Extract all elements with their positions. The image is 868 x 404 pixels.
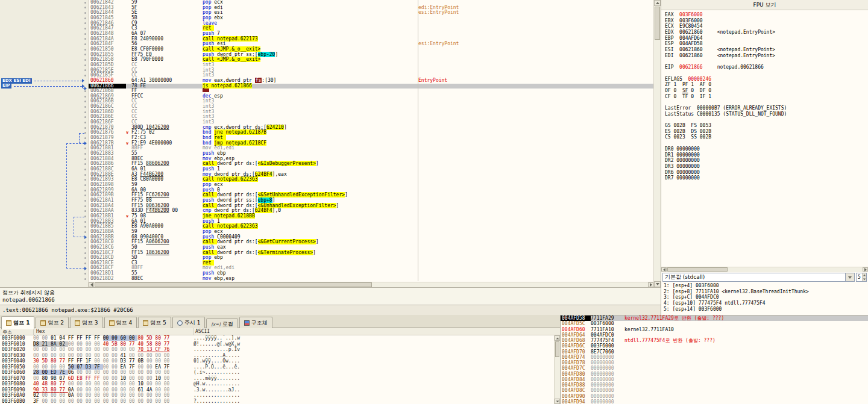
stack-row[interactable]: 004AFD7C00000000 <box>561 365 868 371</box>
register-line[interactable]: DR3 00000000 <box>661 164 868 170</box>
disasm-row[interactable]: 006218848BECmov ebp,esp <box>89 157 653 162</box>
disasm-row[interactable]: 0062187BvF2:E9 4E000000bnd jmp notepad.6… <box>89 141 653 146</box>
register-line[interactable]: EFLAGS 00000246 <box>661 76 868 82</box>
breakpoint-dot[interactable] <box>84 210 86 212</box>
breakpoint-dot[interactable] <box>84 12 86 14</box>
registers-horizontal-scrollbar[interactable] <box>661 267 868 272</box>
argument-line[interactable]: 4: [esp+10] 777475F4 ntdll.777475F4 <box>661 300 868 306</box>
breakpoint-dot[interactable] <box>84 216 86 217</box>
dump-row[interactable]: 003F607000 80 9B 07 6D E8 FF FF 00 00 10… <box>0 376 554 382</box>
breakpoint-dot[interactable] <box>84 273 86 275</box>
breakpoint-dot[interactable] <box>84 122 86 123</box>
dump-row[interactable]: 003F600000 00 01 04 FF FF FF FF 00 00 60… <box>0 335 554 341</box>
disasm-vertical-scrollbar[interactable] <box>653 0 661 287</box>
breakpoint-dot[interactable] <box>84 163 86 165</box>
scroll-up-button[interactable] <box>555 335 560 341</box>
scroll-thumb[interactable] <box>655 7 660 40</box>
register-line[interactable]: DR6 00000000 <box>661 170 868 176</box>
disasm-row[interactable]: 00621858E8 790F0000call <JMP.&_o__exit> <box>89 57 653 63</box>
disasm-row[interactable]: 00621886FF15 88606200call dword ptr ds:[… <box>89 161 653 167</box>
disasm-row[interactable]: 0062186CCCint3 <box>89 104 653 110</box>
column-separator[interactable] <box>193 328 193 335</box>
breakpoint-dot[interactable] <box>84 247 86 249</box>
disasm-row[interactable]: 006218818BFFmov edi,edi <box>89 146 653 151</box>
register-line[interactable]: DR0 00000000 <box>661 146 868 152</box>
disasm-row[interactable]: 0062186064:A1 30000000mov eax,dword ptr … <box>89 78 653 84</box>
disasm-row[interactable]: 00621868FF <box>89 89 653 94</box>
stack-row[interactable]: 004AFD7800000000 <box>561 360 868 365</box>
tab-dump-5[interactable]: 덤프 5 <box>138 317 171 328</box>
breakpoint-dot[interactable] <box>84 33 86 35</box>
disasm-row[interactable]: 0062185DCCint3 <box>89 63 653 68</box>
disasm-row[interactable]: 006218CEC3ret <box>89 261 653 266</box>
breakpoint-dot[interactable] <box>84 190 86 191</box>
scroll-left-button[interactable] <box>661 267 667 272</box>
disasm-row[interactable]: 006218A1FF75 08push dword ptr ss:[ebp+8] <box>89 198 653 204</box>
dump-vertical-scrollbar[interactable] <box>554 335 560 404</box>
disasm-row[interactable]: 006218455Bpop ebx <box>89 16 653 21</box>
stack-row[interactable]: 004AFD68777475F4ntdll.777475F4로 반환 (출발: … <box>561 338 868 343</box>
disasm-row[interactable]: 006218445Epop esiesi:EntryPoint <box>89 10 653 16</box>
dump-row[interactable]: 003F60B03F 00 00 00 00 00 00 00 00 00 00… <box>0 399 554 404</box>
breakpoint-dot[interactable] <box>84 278 86 280</box>
register-line[interactable]: OF 0 SF 0 DF 0 <box>661 88 868 94</box>
breakpoint-dot[interactable] <box>84 64 86 66</box>
argument-line[interactable]: 5: [esp+14] 003F6000 <box>661 306 868 312</box>
disasm-row[interactable]: 0062186678 FEjs notepad.621866 <box>89 84 653 89</box>
dump-row[interactable]: 003F606028 00 ED 7E 06 00 00 00 00 00 00… <box>0 370 554 376</box>
fpu-show-button[interactable]: FPU 보기 <box>661 0 868 10</box>
breakpoint-dot[interactable] <box>84 137 86 139</box>
dropdown-button[interactable] <box>845 273 854 281</box>
dump-row[interactable]: 003F604030 5D 80 77 FF FF 1F 00 00 00 D3… <box>0 358 554 364</box>
register-line[interactable]: DR2 00000000 <box>661 158 868 164</box>
stack-row[interactable]: 004AFD708E7C7060 <box>561 349 868 355</box>
scroll-right-button[interactable] <box>863 267 868 272</box>
breakpoint-dot[interactable] <box>84 194 86 196</box>
disasm-row[interactable]: 006218CD5Dpop ebp <box>89 255 653 261</box>
stack-row[interactable]: 004AFD607711FA10kernel32.7711FA10 <box>561 327 868 332</box>
register-line[interactable]: CF 0 TF 0 IF 1 <box>661 94 868 100</box>
tab-dump-3[interactable]: 덤프 3 <box>70 317 103 328</box>
tab-struct[interactable]: 구조체 <box>239 317 272 328</box>
disasm-row[interactable]: 00621869FFCCdec esp <box>89 94 653 99</box>
breakpoint-dot[interactable] <box>84 226 86 228</box>
disasm-row[interactable]: 0062185ECCint3 <box>89 68 653 73</box>
register-line[interactable]: DR1 00000000 <box>661 152 868 158</box>
disasm-row[interactable]: 006218BA59pop ecx <box>89 229 653 235</box>
disasm-row[interactable]: 00621847C3ret <box>89 26 653 31</box>
breakpoint-dot[interactable] <box>84 43 86 45</box>
scroll-thumb[interactable] <box>667 267 728 272</box>
register-line[interactable]: EDX 00621860 <notepad.EntryPoint> <box>661 30 868 36</box>
breakpoint-dot[interactable] <box>84 69 86 71</box>
register-line[interactable]: ZF 1 PF 1 AF 0 <box>661 82 868 88</box>
breakpoint-dot[interactable] <box>84 75 86 76</box>
register-line[interactable]: EDI 00621860 <notepad.EntryPoint> <box>661 53 868 59</box>
register-line[interactable]: EIP 00621866 notepad.00621866 <box>661 64 868 70</box>
dump-row[interactable]: 003F6010D8 21 8A 02 00 00 00 00 40 5B 80… <box>0 341 554 347</box>
stack-row[interactable]: 004AFD8C00000000 <box>561 388 868 393</box>
scroll-thumb[interactable] <box>95 282 372 287</box>
disasm-row[interactable]: 0062188C6A 01push 1 <box>89 167 653 172</box>
register-line[interactable]: EAX 003F6000 <box>661 12 868 18</box>
disasm-row[interactable]: 0062184F56push esiesi:EntryPoint <box>89 42 653 47</box>
disasm-row[interactable]: 0062189859pop ecx <box>89 182 653 188</box>
breakpoint-dot[interactable] <box>84 263 86 264</box>
breakpoint-dot[interactable] <box>84 59 86 61</box>
breakpoint-dot[interactable] <box>84 90 86 92</box>
breakpoint-dot[interactable] <box>84 231 86 233</box>
disasm-row[interactable]: 006218B1v75 08jne notepad.6218BB <box>89 214 653 219</box>
disasm-horizontal-scrollbar[interactable] <box>89 282 653 287</box>
breakpoint-dot[interactable] <box>84 116 86 118</box>
register-line[interactable]: EBX 003F6000 <box>661 18 868 24</box>
register-line[interactable] <box>661 117 868 123</box>
stack-row[interactable]: 004AFD6C003F6000 <box>561 343 868 349</box>
dump-row[interactable]: 003F609090 33 80 77 0A 00 00 00 00 00 00… <box>0 387 554 393</box>
breakpoint-dot[interactable] <box>84 174 86 176</box>
breakpoint-dot[interactable] <box>84 184 86 186</box>
disasm-row[interactable]: 00621876vF2:75 02bnd jne notepad.62187B <box>89 130 653 135</box>
scroll-left-button[interactable] <box>89 282 94 287</box>
disasm-row[interactable]: 00621850E8 CF0F0000call <JMP.&_o__exit> <box>89 47 653 52</box>
argument-line[interactable]: 2: [esp+8] 7711FA10 <kernel32.BaseThread… <box>661 289 868 295</box>
disasm-row[interactable]: 006218C650push eax <box>89 245 653 250</box>
breakpoint-dot[interactable] <box>84 49 86 51</box>
